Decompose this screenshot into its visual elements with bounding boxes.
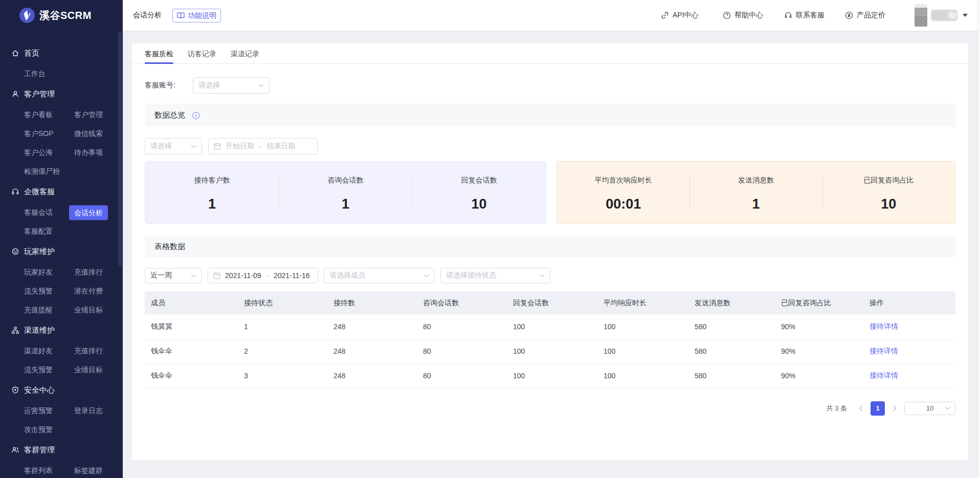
sidebar-item-recharge-rank[interactable]: 充值排行 [74,268,103,277]
sidebar-item-tag-group[interactable]: 标签建群 [74,466,103,475]
sidebar-group-community[interactable]: 客群管理 [0,440,123,459]
tab-channel-records[interactable]: 渠道记录 [231,43,259,64]
sidebar-group-security[interactable]: 安全中心 [0,380,123,399]
sidebar-item-service-session[interactable]: 客服会话 [24,208,53,217]
col-replied-sessions: 回复会话数 [507,291,597,314]
sidebar-item-ops-warning[interactable]: 运营预警 [24,406,53,416]
user-name-blurred[interactable] [931,10,957,21]
sidebar-item-customer-sop[interactable]: 客户SOP [24,129,54,139]
sidebar-group-customer[interactable]: 客户管理 [0,84,123,103]
data-table: 成员 接待状态 接待数 咨询会话数 回复会话数 平均响应时长 发送消息数 已回复… [145,291,955,389]
account-filter-row: 客服账号: 请选择 [145,77,955,94]
chevron-down-icon [258,84,264,87]
table-filters: 近一周 2021-11-09 - 2021-11-16 请选择成员 请选择接待状… [145,268,955,283]
customer-icon [11,90,19,98]
tab-service-quality[interactable]: 客服质检 [145,43,173,64]
nav-help-center[interactable]: 帮助中心 [723,0,763,31]
sidebar-item-zombie-check[interactable]: 检测僵尸粉 [24,167,60,176]
sidebar-item-recharge-remind[interactable]: 充值提醒 [24,306,53,315]
sidebar-nav: 首页 工作台 客户管理 客户看板 客户管理 客户SOP 微信线索 客户公海 待办… [0,43,123,478]
col-messages-sent: 发送消息数 [688,291,775,314]
stat-card-response: 平均首次响应时长 00:01 发送消息数 1 已回复咨询占比 10 [556,161,955,224]
stat-cards: 接待客户数 1 咨询会话数 1 回复会话数 10 平均首次响应时长 00:01 [145,161,955,224]
stat-received-customers: 接待客户数 1 [145,162,279,223]
sidebar-item-churn-warning[interactable]: 流失预警 [24,287,53,296]
sidebar-item-potential-pay[interactable]: 潜在付费 [74,287,103,296]
sidebar-group-wecom-service[interactable]: 企微客服 [0,182,123,201]
sidebar-group-channel[interactable]: 渠道维护 [0,321,123,339]
stat-messages-sent: 发送消息数 1 [689,162,822,223]
chevron-down-icon [539,274,545,278]
table-section-header: 表格数据 [145,236,955,257]
logo: 溪谷SCRM [0,0,123,23]
channel-icon [11,326,19,334]
sidebar-item-performance-target2[interactable]: 业绩目标 [74,366,103,375]
user-menu-caret-icon[interactable] [963,14,968,17]
sidebar-item-customer-board[interactable]: 客户看板 [24,110,53,120]
sidebar: 溪谷SCRM 首页 工作台 客户管理 客户看板 客户管理 客户SOP 微信线索 … [0,0,123,478]
user-avatar[interactable] [915,4,927,27]
table-header-row: 成员 接待状态 接待数 咨询会话数 回复会话数 平均响应时长 发送消息数 已回复… [145,291,955,314]
reception-status-select[interactable]: 请选择接待状态 [440,268,550,283]
col-avg-response-time: 平均响应时长 [597,291,688,314]
sidebar-item-channel-friends[interactable]: 渠道好友 [24,347,53,356]
overview-select[interactable]: 请选择 [145,138,202,154]
topbar: 会话分析 功能说明 API中心 帮助中心 联系客服 产品定价 [123,0,980,31]
nav-api-center[interactable]: API中心 [661,0,699,31]
nav-product-pricing[interactable]: 产品定价 [845,0,885,31]
account-filter-label: 客服账号: [145,81,193,90]
table-row: 钱翼翼 1 248 80 100 100 580 90% 接待详情 [145,314,955,339]
table-row: 钱伞伞 3 248 80 100 100 580 90% 接待详情 [145,363,955,388]
sidebar-item-group-list[interactable]: 客群列表 [24,466,53,475]
pagination-page-1[interactable]: 1 [871,401,885,416]
sidebar-item-workbench[interactable]: 工作台 [24,70,46,79]
stat-avg-first-response: 平均首次响应时长 00:01 [557,162,689,223]
table-row: 钱伞伞 2 248 80 100 100 580 90% 接待详情 [145,339,955,363]
sidebar-item-attack-warning[interactable]: 攻击预警 [24,425,53,435]
time-range-select[interactable]: 近一周 [145,268,202,283]
stat-consult-sessions: 咨询会话数 1 [279,162,412,223]
service-icon [784,11,792,19]
reception-detail-link[interactable]: 接待详情 [870,347,898,355]
sidebar-scrollbar[interactable] [118,31,122,266]
table-date-range[interactable]: 2021-11-09 - 2021-11-16 [208,268,318,283]
player-icon [11,247,19,256]
sidebar-item-customer-manage[interactable]: 客户管理 [74,110,103,120]
page-title: 会话分析 [133,11,162,20]
sidebar-item-customer-sea[interactable]: 客户公海 [24,148,53,157]
col-member: 成员 [145,291,238,314]
col-reception-status: 接待状态 [238,291,327,314]
group-icon [11,446,19,454]
brand-name: 溪谷SCRM [39,9,92,22]
sidebar-item-recharge-rank2[interactable]: 充值排行 [74,347,103,356]
reception-detail-link[interactable]: 接待详情 [870,322,898,330]
sidebar-item-wechat-leads[interactable]: 微信线索 [74,129,103,139]
col-actions: 操作 [863,291,955,314]
sidebar-item-todo[interactable]: 待办事项 [74,148,103,157]
member-select[interactable]: 请选择成员 [324,268,435,283]
nav-contact-service[interactable]: 联系客服 [784,0,825,31]
account-select[interactable]: 请选择 [193,77,270,94]
sidebar-item-player-friends[interactable]: 玩家好友 [24,268,53,277]
sidebar-item-churn-warning2[interactable]: 流失预警 [24,366,53,375]
sidebar-item-login-log[interactable]: 登录日志 [74,406,103,416]
pagination: 共 3 条 1 10 [145,401,955,416]
sidebar-item-performance-target[interactable]: 业绩目标 [74,306,103,315]
sidebar-item-session-analysis[interactable]: 会话分析 [69,205,108,220]
content-panel: 客服质检 访客记录 渠道记录 客服账号: 请选择 数据总览 i 请选择 开始日期… [132,43,968,460]
info-icon[interactable]: i [192,112,199,119]
sidebar-item-service-config[interactable]: 客服配置 [24,227,53,236]
tab-bar: 客服质检 访客记录 渠道记录 [132,43,968,64]
tab-visitor-records[interactable]: 访客记录 [188,43,216,64]
sidebar-group-home[interactable]: 首页 [0,43,123,62]
pagination-total: 共 3 条 [827,404,847,413]
reception-detail-link[interactable]: 接待详情 [870,371,898,379]
feature-help-button[interactable]: 功能说明 [172,9,221,22]
sidebar-group-player[interactable]: 玩家维护 [0,242,123,261]
overview-date-range[interactable]: 开始日期 - 结束日期 [208,138,318,154]
page-size-select[interactable]: 10 [904,402,955,415]
page-scrollbar[interactable] [977,0,980,478]
brand-logo-icon [19,8,35,23]
pagination-next-icon[interactable] [892,405,897,412]
pagination-prev-icon[interactable] [858,405,863,412]
